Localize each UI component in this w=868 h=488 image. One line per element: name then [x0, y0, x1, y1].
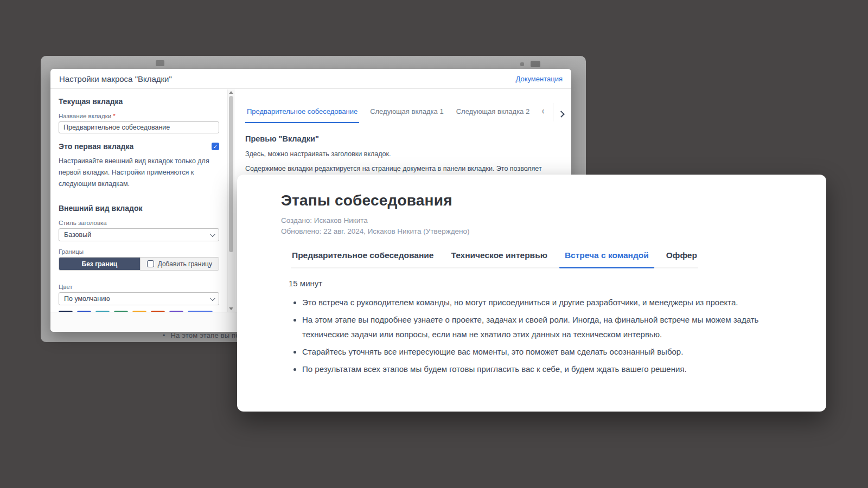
preview-paragraph-1: Здесь, можно настраивать заголовки вклад…: [245, 150, 563, 158]
color-select[interactable]: По умолчанию: [59, 292, 219, 305]
first-tab-row: Это первая вкладка ✓: [59, 142, 219, 151]
toolbar-icon: [520, 62, 524, 66]
preview-tab-3[interactable]: Следующая вкладка 2: [455, 106, 532, 122]
borders-label: Границы: [59, 248, 219, 255]
first-tab-hint: Настраивайте внешний вид вкладок только …: [59, 156, 219, 190]
borders-add-label: Добавить границу: [158, 260, 212, 268]
required-asterisk: *: [113, 113, 115, 119]
background-partial-bullet: •На этом этапе вы под: [163, 331, 244, 339]
style-select-value: Базовый: [64, 231, 91, 239]
page-title: Этапы собеседования: [281, 192, 796, 209]
created-by-line: Создано: Искаков Никита: [281, 215, 796, 226]
divider: [553, 103, 553, 121]
style-label: Стиль заголовка: [59, 220, 219, 226]
tab-name-input[interactable]: Предварительное собеседование: [59, 121, 219, 133]
duration-text: 15 минут: [289, 279, 796, 288]
list-item: По результатам всех этапов мы будем гото…: [302, 362, 780, 376]
preview-tabs: Предварительное собеседование Следующая …: [245, 106, 563, 123]
tab-technical-interview[interactable]: Техническое интервью: [450, 251, 548, 267]
screen: •На этом этапе вы под Настройки макроса …: [0, 0, 868, 488]
tab-overflow-control: [553, 106, 564, 121]
scroll-up-icon[interactable]: [229, 91, 233, 94]
profile-icon: [531, 61, 540, 67]
color-label: Цвет: [59, 284, 219, 290]
borders-segmented-control: Без границ Добавить границу: [59, 257, 219, 271]
bullet-marker: •: [163, 332, 165, 339]
list-item: Это встреча с руководителем команды, но …: [302, 295, 780, 310]
preview-paragraph-2: Содержимое вкладки редактируется на стра…: [245, 165, 563, 172]
first-tab-checkbox[interactable]: ✓: [212, 143, 219, 150]
color-select-value: По умолчанию: [64, 295, 110, 303]
preview-tab-1[interactable]: Предварительное собеседование: [245, 106, 359, 123]
updated-line: Обновлено: 22 авг. 2024, Искаков Никита …: [281, 226, 796, 237]
scroll-down-icon[interactable]: [229, 307, 233, 310]
app-logo: [156, 60, 164, 66]
tab-preliminary-interview[interactable]: Предварительное собеседование: [291, 251, 435, 267]
preview-tab-4[interactable]: Следующ: [540, 106, 544, 122]
chevron-down-icon: [210, 232, 215, 237]
tab-offer[interactable]: Оффер: [665, 251, 698, 267]
chevron-right-icon[interactable]: [558, 111, 565, 118]
first-tab-label: Это первая вкладка: [59, 142, 133, 151]
dialog-header: Настройки макроса "Вкладки" Документация: [50, 69, 571, 89]
dialog-title: Настройки макроса "Вкладки": [59, 74, 172, 84]
list-item: Старайтесь уточнять все интересующие вас…: [302, 344, 780, 359]
documentation-link[interactable]: Документация: [516, 75, 563, 83]
preview-heading: Превью "Вкладки": [245, 134, 563, 143]
borders-none-segment[interactable]: Без границ: [59, 258, 140, 270]
tab-team-meeting[interactable]: Встреча с командой: [564, 251, 650, 267]
form-scrollbar[interactable]: [227, 89, 234, 312]
list-item: На этом этапе вы подробнее узнаете о про…: [302, 312, 780, 342]
borders-add-segment[interactable]: Добавить границу: [140, 258, 219, 270]
add-border-checkbox[interactable]: [147, 260, 154, 267]
settings-form-pane: Текущая вкладка Название вкладки * Предв…: [50, 89, 227, 312]
stage-bullet-list: Это встреча с руководителем команды, но …: [289, 295, 780, 376]
tab-name-label: Название вкладки *: [59, 113, 219, 119]
check-icon: ✓: [213, 144, 218, 150]
background-partial-text: На этом этапе вы под: [170, 331, 244, 339]
scrollbar-thumb[interactable]: [229, 96, 233, 252]
preview-tab-2[interactable]: Следующая вкладка 1: [368, 106, 445, 122]
current-tab-heading: Текущая вкладка: [59, 97, 219, 106]
style-select[interactable]: Базовый: [59, 228, 219, 241]
page-metadata: Создано: Искаков Никита Обновлено: 22 ав…: [281, 215, 796, 237]
chevron-down-icon: [210, 296, 215, 301]
interview-stages-card: Этапы собеседования Создано: Искаков Ник…: [237, 175, 826, 412]
appearance-heading: Внешний вид вкладок: [59, 204, 219, 213]
stage-tabs: Предварительное собеседование Техническо…: [291, 251, 698, 268]
